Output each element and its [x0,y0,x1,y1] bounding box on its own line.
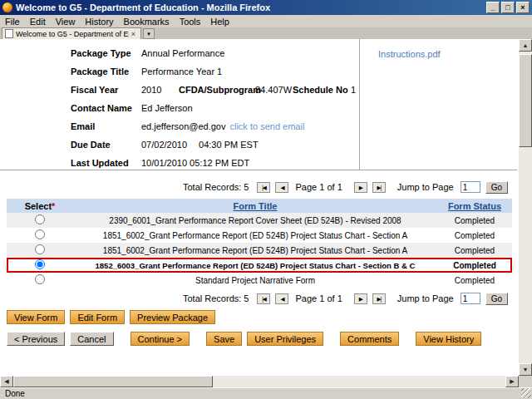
vertical-scroll-thumb[interactable] [519,54,532,147]
cfda-subprogram-label: CFDA/Subprogram [179,85,255,95]
pagination-top: Total Records: 5 |◀ ◀ Page 1 of 1 ▶ ▶| J… [0,179,517,195]
view-history-button[interactable]: View History [416,332,481,346]
preview-package-button[interactable]: Preview Package [130,310,215,324]
total-records-label: Total Records: 5 [183,293,249,303]
due-time-value: 04:30 PM EST [199,140,259,150]
total-records-label: Total Records: 5 [183,182,249,192]
go-button[interactable]: Go [485,293,508,305]
scrollbar-corner [519,376,532,387]
package-type-label: Package Type [71,48,141,58]
instructions-pdf-link[interactable]: Instructions.pdf [378,49,441,59]
maximize-icon[interactable]: □ [501,2,515,13]
next-page-icon[interactable]: ▶ [354,293,367,304]
contact-name-value: Ed Jefferson [141,103,193,113]
menu-edit[interactable]: Edit [25,17,51,27]
form-select-radio[interactable] [35,229,45,239]
form-select-radio[interactable] [35,259,45,269]
comments-button[interactable]: Comments [340,332,399,346]
page-indicator: Page 1 of 1 [295,182,342,192]
page-content: Package Type Annual Performance Package … [0,39,519,376]
form-title-cell: Standard Project Narrative Form [73,276,437,285]
first-page-icon[interactable]: |◀ [257,182,270,193]
continue-button[interactable]: Continue > [131,332,190,346]
menu-view[interactable]: View [51,17,81,27]
firefox-icon [2,2,12,12]
required-marker: * [52,201,55,211]
resize-grip[interactable] [521,388,531,398]
package-type-value: Annual Performance [141,48,224,58]
form-action-buttons: View Form Edit Form Preview Package [7,310,215,324]
horizontal-scroll-thumb[interactable] [13,376,213,387]
form-status-column-header[interactable]: Form Status [437,201,512,211]
table-row: Standard Project Narrative Form Complete… [7,273,512,288]
prev-page-icon[interactable]: ◀ [275,293,288,304]
form-title-cell: 1852_6003_Grant Performance Report (ED 5… [73,261,437,270]
minimize-icon[interactable]: _ [486,2,500,13]
next-page-icon[interactable]: ▶ [354,182,367,193]
select-header-text: Select [25,201,52,211]
vertical-scrollbar[interactable]: ▲ ▼ [519,39,532,376]
fiscal-year-label: Fiscal Year [71,85,141,95]
go-button[interactable]: Go [485,181,508,194]
form-title-cell: 1851_6002_Grant Performance Report (ED 5… [73,231,437,240]
menu-bar: File Edit View History Bookmarks Tools H… [0,15,532,27]
first-page-icon[interactable]: |◀ [257,293,270,304]
pagination-bottom: Total Records: 5 |◀ ◀ Page 1 of 1 ▶ ▶| J… [0,290,517,307]
firefox-window: Welcome to G5 - Department of Education … [0,0,532,399]
window-title: Welcome to G5 - Department of Education … [16,2,485,12]
save-button[interactable]: Save [206,332,242,346]
fiscal-year-value: 2010 [141,85,179,95]
scroll-left-icon[interactable]: ◀ [0,376,13,387]
last-updated-label: Last Updated [71,158,141,168]
form-select-radio[interactable] [35,244,45,254]
jump-to-page-input[interactable] [461,293,480,304]
form-select-radio[interactable] [35,214,45,224]
last-updated-value: 10/01/2010 05:12 PM EDT [141,158,249,168]
previous-button[interactable]: < Previous [7,332,65,346]
tab-title: Welcome to G5 - Department of Edu... [16,30,129,38]
page-indicator: Page 1 of 1 [295,293,342,303]
menu-history[interactable]: History [80,17,118,27]
close-icon[interactable]: × [516,2,530,13]
forms-table: Select* Form Title Form Status 2390_6001… [7,199,512,288]
jump-to-page-input[interactable] [461,181,480,193]
detail-row-email: Email ed.jefferson@ed.gov click to send … [71,117,359,135]
scroll-up-icon[interactable]: ▲ [519,39,532,52]
scroll-down-icon[interactable]: ▼ [519,363,532,376]
form-status-cell: Completed [437,276,512,285]
last-page-icon[interactable]: ▶| [372,182,386,193]
form-status-cell: Completed [437,246,512,255]
last-page-icon[interactable]: ▶| [372,293,386,304]
form-select-radio[interactable] [35,274,45,284]
menu-help[interactable]: Help [205,17,234,27]
send-email-link[interactable]: click to send email [229,121,304,131]
scroll-right-icon[interactable]: ▶ [505,376,519,387]
menu-file[interactable]: File [0,17,25,27]
tab-welcome-g5[interactable]: Welcome to G5 - Department of Edu... × [2,27,141,39]
table-row-selected: 1852_6003_Grant Performance Report (ED 5… [7,258,512,273]
status-bar: Done [0,387,532,399]
email-label: Email [71,121,141,131]
view-form-button[interactable]: View Form [7,310,65,324]
schedule-no-value: 1 [351,85,356,95]
edit-form-button[interactable]: Edit Form [70,310,125,324]
jump-to-page-label: Jump to Page [397,182,454,192]
user-privileges-button[interactable]: User Privileges [247,332,323,346]
cancel-button[interactable]: Cancel [70,332,113,346]
title-bar[interactable]: Welcome to G5 - Department of Education … [0,0,532,15]
prev-page-icon[interactable]: ◀ [275,182,288,193]
due-date-label: Due Date [71,140,141,150]
form-title-cell: 1851_6002_Grant Performance Report (ED 5… [73,246,437,255]
tab-dropdown-icon[interactable]: ▾ [143,28,155,39]
form-title-column-header[interactable]: Form Title [73,201,437,211]
tab-close-icon[interactable]: × [129,30,138,38]
menu-tools[interactable]: Tools [175,17,206,27]
navigation-buttons: < Previous Cancel Continue > Save User P… [7,332,481,346]
horizontal-scrollbar[interactable]: ◀ ▶ [0,376,519,387]
table-row: 2390_6001_Grant Performance Report Cover… [7,213,512,228]
email-value: ed.jefferson@ed.gov [141,121,225,131]
form-status-cell: Completed [437,216,512,225]
menu-bookmarks[interactable]: Bookmarks [119,17,175,27]
detail-row-package-type: Package Type Annual Performance [71,44,359,62]
jump-to-page-label: Jump to Page [397,293,454,303]
